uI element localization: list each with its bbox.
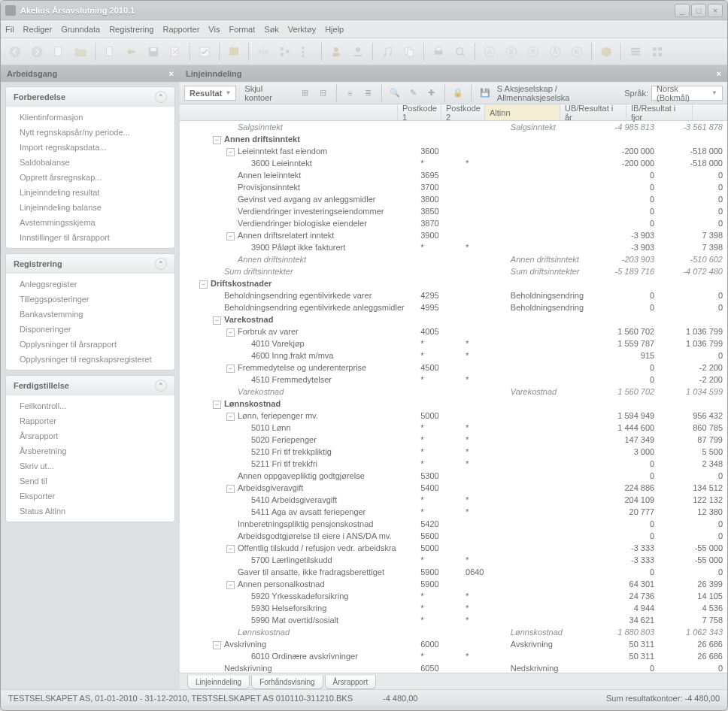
search-icon[interactable]: 🔍: [387, 85, 402, 101]
letter-r-icon[interactable]: R: [523, 42, 543, 62]
nav-item[interactable]: Feilkontroll...: [6, 398, 174, 413]
menu-format[interactable]: Format: [229, 25, 255, 34]
letter-b-icon[interactable]: B: [502, 42, 521, 62]
grid-row[interactable]: Provisjonsinntekt370000: [180, 181, 727, 193]
nav-item[interactable]: Årsberetning: [6, 443, 174, 458]
grid-row[interactable]: Annen driftsinntektAnnen driftsinntekt-2…: [180, 253, 727, 265]
menu-grunndata[interactable]: Grunndata: [61, 25, 100, 34]
outdent-icon[interactable]: ≡: [342, 85, 357, 101]
expand-toggle-icon[interactable]: −: [226, 581, 235, 589]
grid-row[interactable]: 5930 Helseforsikring**4 9444 536: [180, 602, 727, 614]
nav-item[interactable]: Avstemmingsskjema: [6, 215, 174, 230]
menu-registrering[interactable]: Registrering: [109, 25, 153, 34]
save-icon[interactable]: [144, 42, 163, 62]
grid-row[interactable]: VarekostnadVarekostnad1 560 7021 034 599: [180, 386, 727, 398]
grid-row[interactable]: −Annen driftsinntekt: [180, 133, 727, 145]
music-icon[interactable]: [378, 42, 397, 62]
menu-rediger[interactable]: Rediger: [23, 25, 53, 34]
nav-item[interactable]: Tilleggsposteringer: [6, 292, 174, 307]
edit-icon[interactable]: ✎: [405, 85, 420, 101]
expand-toggle-icon[interactable]: −: [226, 328, 235, 337]
grid-row[interactable]: −Leieinntekt fast eiendom3600-200 000-51…: [180, 145, 727, 157]
grid-row[interactable]: SalgsinntektSalgsinntekt-4 985 813-3 561…: [180, 121, 727, 133]
right-panel-close-icon[interactable]: ×: [717, 69, 721, 78]
grid-row[interactable]: Verdiendringer biologiske eiendeler38700…: [180, 217, 727, 229]
grid-row[interactable]: Beholdningsendring egentilvirkede anlegg…: [180, 301, 727, 313]
expand-toggle-icon[interactable]: −: [226, 545, 235, 553]
expand-toggle-icon[interactable]: −: [226, 485, 235, 493]
nav-item[interactable]: Import regnskapsdata...: [6, 140, 174, 155]
nav-item[interactable]: Opplysninger til årsrapport: [6, 337, 174, 352]
grid-row[interactable]: −Varekostnad: [180, 313, 727, 325]
nav-item[interactable]: Årsrapport: [6, 428, 174, 443]
grid-row[interactable]: 4600 Inng.frakt m/mva**9150: [180, 349, 727, 362]
menu-vis[interactable]: Vis: [208, 25, 220, 34]
grid-row[interactable]: Innberetningspliktig pensjonskostnad5420…: [180, 518, 727, 530]
grid-row[interactable]: −Lønnskostnad: [180, 398, 727, 410]
grid-row[interactable]: −Arbeidsgiveravgift5400224 886134 512: [180, 482, 727, 494]
nav-item[interactable]: Send til: [6, 473, 174, 489]
nav-item[interactable]: Klientinformasjon: [6, 110, 174, 125]
grid-row[interactable]: Gaver til ansatte, ikke fradragsberettig…: [180, 566, 727, 578]
grid-row[interactable]: Arbeidsgodtgjørelse til eiere i ANS/DA m…: [180, 530, 727, 542]
nav-item[interactable]: Anleggsregister: [6, 277, 174, 292]
col-ib[interactable]: IB/Resultat i fjor: [626, 104, 693, 120]
preview-icon[interactable]: [450, 42, 470, 62]
list-icon[interactable]: [626, 42, 645, 62]
accordion-header[interactable]: Registrering⌃: [6, 254, 174, 274]
grid-row[interactable]: −Driftskostnader: [180, 277, 727, 289]
save-sub-icon[interactable]: 💾: [477, 85, 492, 101]
grid-row[interactable]: 5920 Yrkesskadeforsikring**24 73614 105: [180, 590, 727, 602]
nav-item[interactable]: Innstillinger til årsrapport: [6, 230, 174, 245]
grid-row[interactable]: −Annen personalkostnad590064 30126 399: [180, 578, 727, 590]
delete-icon[interactable]: [165, 42, 185, 62]
expand-all-icon[interactable]: ⊞: [297, 85, 312, 101]
grid-row[interactable]: 5210 Fri tlf trekkpliktig**3 0005 500: [180, 446, 727, 458]
print-icon[interactable]: [429, 42, 448, 62]
expand-toggle-icon[interactable]: −: [226, 365, 235, 373]
forward-button[interactable]: [27, 42, 47, 62]
page-icon[interactable]: [100, 42, 120, 62]
nav-item[interactable]: Opprett årsregnskap...: [6, 170, 174, 185]
grid-row[interactable]: Gevinst ved avgang av anleggsmidler38000…: [180, 193, 727, 205]
nav-item[interactable]: Disponeringer: [6, 322, 174, 337]
user-icon[interactable]: [348, 42, 368, 62]
col-postkode1[interactable]: Postkode 1: [398, 104, 441, 120]
letter-n-icon[interactable]: N: [567, 42, 587, 62]
grid-row[interactable]: 5020 Feriepenger**147 34987 799: [180, 434, 727, 446]
copy-icon[interactable]: [399, 42, 419, 62]
menu-fil[interactable]: Fil: [5, 25, 14, 34]
grid-row[interactable]: 3600 Leieinntekt**-200 000-518 000: [180, 157, 727, 169]
tab-forhåndsvisning[interactable]: Forhåndsvisning: [251, 676, 323, 689]
new-doc-icon[interactable]: [49, 42, 68, 62]
menu-hjelp[interactable]: Hjelp: [325, 25, 344, 34]
expand-toggle-icon[interactable]: −: [213, 641, 221, 649]
grid-row[interactable]: Sum driftsinntekterSum driftsinntekter-5…: [180, 265, 727, 277]
nav-item[interactable]: Linjeinndeling resultat: [6, 185, 174, 200]
letter-a-icon[interactable]: A: [480, 42, 499, 62]
menu-søk[interactable]: Søk: [264, 25, 279, 34]
grid-row[interactable]: −Offentlig tilskudd / refusjon vedr. arb…: [180, 542, 727, 554]
expand-toggle-icon[interactable]: −: [226, 232, 235, 241]
tab-linjeinndeling[interactable]: Linjeinndeling: [187, 676, 250, 689]
hide-accounts-button[interactable]: Skjul kontoer: [239, 82, 294, 104]
grid-row[interactable]: Nedskrivning6050Nedskrivning00: [180, 662, 727, 673]
nav-item[interactable]: Skriv ut...: [6, 458, 174, 473]
expand-toggle-icon[interactable]: −: [226, 413, 235, 421]
stamp-icon[interactable]: [326, 42, 346, 62]
nav-item[interactable]: Status Altinn: [6, 504, 174, 519]
grid-row[interactable]: −Fremmedytelse og underenterprise45000-2…: [180, 362, 727, 374]
grid-icon[interactable]: [648, 42, 667, 62]
open-icon[interactable]: [71, 42, 90, 62]
tree2-icon[interactable]: [297, 42, 317, 62]
expand-toggle-icon[interactable]: −: [213, 136, 221, 144]
grid-row[interactable]: 5211 Fri tlf trekkfri**02 348: [180, 458, 727, 470]
result-dropdown[interactable]: Resultat ▼: [184, 86, 236, 101]
grid-row[interactable]: 5700 Lærlingetilskudd**-3 333-55 000: [180, 554, 727, 566]
expand-toggle-icon[interactable]: −: [213, 316, 221, 325]
letter-a2-icon[interactable]: Å: [545, 42, 565, 62]
grid-row[interactable]: Verdiendringer investeringseiendommer385…: [180, 205, 727, 217]
expand-toggle-icon[interactable]: −: [213, 401, 221, 409]
scale-icon[interactable]: [253, 42, 273, 62]
tree-icon[interactable]: [275, 42, 295, 62]
